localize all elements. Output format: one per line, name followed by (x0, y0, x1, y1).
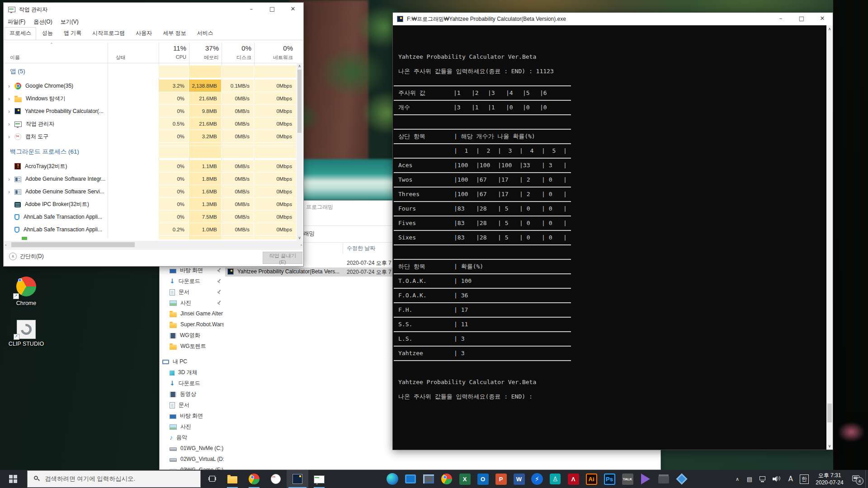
tab-세부 정보[interactable]: 세부 정보 (158, 27, 191, 40)
sidebar-item-내 PC[interactable]: 내 PC (160, 357, 227, 366)
sidebar-item-다운로드[interactable]: ↓다운로드 (160, 378, 227, 388)
taskbar-button-photoshop[interactable]: Ps (600, 470, 618, 488)
menu-item-보기(V)[interactable]: 보기(V) (57, 18, 83, 26)
horizontal-scrollbar[interactable]: ‹ › (4, 241, 303, 249)
sidebar-item-WG토렌트[interactable]: WG토렌트 (160, 341, 227, 351)
scroll-down-icon[interactable]: ∨ (297, 235, 302, 240)
tab-성능[interactable]: 성능 (37, 27, 58, 40)
tab-서비스[interactable]: 서비스 (192, 27, 218, 40)
taskbar-button-excel[interactable]: X (456, 470, 474, 488)
expand-chevron-icon[interactable]: › (4, 83, 14, 89)
tab-시작프로그램[interactable]: 시작프로그램 (87, 27, 130, 40)
tab-사용자[interactable]: 사용자 (131, 27, 157, 40)
console-titlebar[interactable]: F:₩프로그래밍₩Yahtzee Probability Calculator(… (393, 13, 833, 25)
minimize-button[interactable]: – (241, 3, 262, 16)
menu-item-파일(F)[interactable]: 파일(F) (4, 18, 29, 26)
column-header-network[interactable]: 네트워크 (248, 54, 293, 61)
tray-ime-latin[interactable]: A (785, 470, 797, 488)
process-row[interactable]: ›작업 관리자0.5%21.6MB0MB/s0Mbps (4, 117, 297, 130)
tray-volume-button[interactable]: )﻿) (769, 470, 783, 488)
taskbar-button-kakaotalk[interactable]: TALK (618, 470, 637, 488)
taskbar-button-word[interactable]: W (510, 470, 528, 488)
process-row[interactable]: AhnLab Safe Transaction Appli...0.2%1.0M… (4, 223, 297, 236)
tab-프로세스[interactable]: 프로세스 (5, 27, 36, 40)
column-header-name[interactable]: 이름 (10, 54, 20, 61)
process-row[interactable]: ›Windows 탐색기0%21.6MB0MB/s0Mbps (4, 92, 297, 105)
breadcrumb[interactable]: 래밍 (303, 230, 315, 238)
minimize-button[interactable]: – (770, 13, 791, 25)
process-group-row[interactable]: 백그라운드 프로세스 (61) (4, 146, 297, 159)
tray-clock[interactable]: 오후 7:31 2020-07-24 (812, 470, 847, 488)
taskbar-button-file-explorer[interactable] (222, 470, 243, 488)
task-view-button[interactable] (203, 470, 222, 488)
sidebar-item-02WG_VirtuaL (D:)[interactable]: 02WG_VirtuaL (D:) (160, 454, 227, 464)
taskbar-button-movies-tv[interactable] (401, 470, 420, 488)
scroll-up-icon[interactable]: ∧ (826, 27, 833, 31)
taskbar-search[interactable]: 검색하려면 여기에 입력하십시오. (27, 470, 201, 488)
taskbar-button-yahtzee-console[interactable] (287, 470, 308, 488)
process-row[interactable]: Adobe IPC Broker(32비트)0%1.3MB0MB/s0Mbps (4, 198, 297, 211)
sidebar-item-01WG_NvMe (C:)[interactable]: 01WG_NvMe (C:) (160, 443, 227, 453)
expand-chevron-icon[interactable]: › (4, 95, 14, 102)
taskbar-button-lightning[interactable]: ⚡ (528, 470, 546, 488)
sidebar-item-바탕 화면[interactable]: 바탕 화면 (160, 265, 227, 275)
expand-chevron-icon[interactable]: › (4, 121, 14, 127)
process-row[interactable]: ›Adobe Genuine Software Integr...0%1.8MB… (4, 173, 297, 185)
process-row[interactable] (4, 236, 297, 240)
scrollbar-thumb[interactable] (297, 70, 302, 133)
process-row[interactable]: ›캡처 도구0%3.2MB0MB/s0Mbps (4, 130, 297, 143)
taskbar-button-band[interactable]: ♙ (546, 470, 564, 488)
sidebar-item-Super.Robot.Wars.X[interactable]: Super.Robot.Wars.X (160, 319, 227, 329)
process-row[interactable]: ›Google Chrome(35)3.2%2,138.8MB0.1MB/s0M… (4, 80, 297, 92)
desktop-icon-chrome[interactable]: Chrome (4, 277, 49, 306)
taskbar-button-utility[interactable] (673, 470, 691, 488)
tray-ime-korean[interactable]: 한 (797, 470, 811, 488)
taskbar-button-illustrator[interactable]: Ai (582, 470, 600, 488)
tray-ime-pad-button[interactable]: ▤ (743, 470, 756, 488)
taskbar-button-snipping-tool[interactable] (265, 470, 287, 488)
scroll-down-icon[interactable]: ∨ (826, 444, 833, 448)
taskbar-button-acrobat[interactable]: Λ (564, 470, 582, 488)
sidebar-item-문서[interactable]: 문서 (160, 287, 227, 297)
process-row[interactable]: ›Yahtzee Probability Calculator(...0%9.8… (4, 105, 297, 117)
scroll-right-icon[interactable]: › (300, 243, 302, 247)
process-group-row[interactable]: 앱 (5) (4, 66, 297, 78)
expand-chevron-icon[interactable]: › (4, 176, 14, 183)
sidebar-item-사진[interactable]: 사진 (160, 422, 227, 432)
taskbar-button-powerpoint[interactable]: P (492, 470, 510, 488)
tray-network-button[interactable] (756, 470, 769, 488)
sidebar-item-WG영화[interactable]: WG영화 (160, 330, 227, 340)
expand-chevron-icon[interactable]: › (4, 133, 14, 140)
expand-chevron-icon[interactable]: › (4, 188, 14, 195)
task-manager-titlebar[interactable]: 작업 관리자 – □ ✕ (4, 3, 303, 16)
taskbar-button-edge[interactable] (383, 470, 401, 488)
sidebar-item-다운로드[interactable]: ↓다운로드 (160, 276, 227, 286)
column-header-date[interactable]: 수정한 날짜 (347, 244, 375, 252)
taskbar-button-task-manager[interactable] (308, 470, 330, 488)
process-row[interactable]: ›Adobe Genuine Software Servi...0%1.6MB0… (4, 185, 297, 198)
process-row[interactable] (4, 143, 297, 146)
end-task-button[interactable]: 작업 끝내기(E) (263, 252, 302, 264)
taskbar-button-remote-desktop[interactable] (420, 470, 438, 488)
tab-앱 기록[interactable]: 앱 기록 (59, 27, 86, 40)
maximize-button[interactable]: □ (791, 13, 812, 25)
console-scrollbar[interactable]: ∧ ∨ (826, 25, 833, 450)
close-button[interactable]: ✕ (283, 3, 303, 16)
sidebar-item-동영상[interactable]: 동영상 (160, 389, 227, 399)
close-button[interactable]: ✕ (812, 13, 833, 25)
maximize-button[interactable]: □ (262, 3, 283, 16)
vertical-scrollbar[interactable]: ∧ ∨ (297, 63, 302, 241)
taskbar-button-chrome[interactable] (243, 470, 265, 488)
sidebar-item-3D 개체[interactable]: 3D 개체 (160, 367, 227, 377)
sidebar-item-문서[interactable]: 문서 (160, 400, 227, 410)
sidebar-item-음악[interactable]: ♪음악 (160, 432, 227, 442)
sidebar-item-바탕 화면[interactable]: 바탕 화면 (160, 411, 227, 421)
tray-show-hidden-button[interactable]: ∧ (731, 470, 743, 488)
taskbar-button-printer[interactable] (655, 470, 673, 488)
simple-view-button[interactable]: ∧ 간단히(D) (9, 253, 44, 260)
menu-item-옵션(O)[interactable]: 옵션(O) (29, 18, 56, 26)
desktop-icon-clip-studio[interactable]: CLIP STUDIO (4, 320, 49, 347)
taskbar-button-chrome-2[interactable] (438, 470, 456, 488)
taskbar-button-media-player[interactable] (637, 470, 655, 488)
scrollbar-thumb[interactable] (11, 242, 135, 247)
